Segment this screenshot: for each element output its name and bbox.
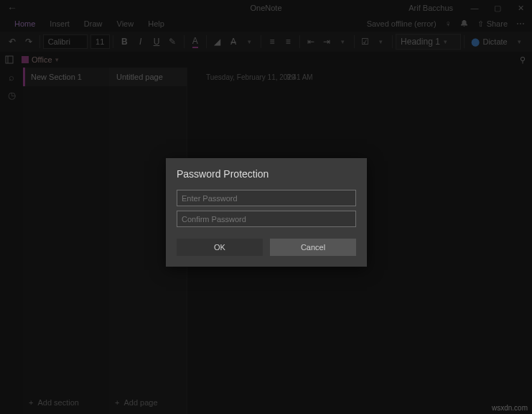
- indent-button[interactable]: ⇥: [319, 33, 335, 50]
- plus-icon: +: [115, 398, 119, 407]
- chevron-down-icon[interactable]: ▾: [373, 33, 389, 50]
- minimize-button[interactable]: ―: [463, 0, 486, 16]
- chevron-down-icon: ▾: [444, 38, 447, 45]
- bullets-button[interactable]: ≡: [264, 33, 280, 50]
- numbering-button[interactable]: ≡: [280, 33, 296, 50]
- redo-button[interactable]: ↷: [20, 33, 36, 50]
- styles-dropdown[interactable]: Heading 1 ▾: [396, 34, 460, 50]
- svg-rect-0: [6, 56, 13, 63]
- add-page-label: Add page: [123, 398, 157, 407]
- toolbar: ↶ ↷ Calibri 11 B I U ✎ A ◢ A̶ ▾ ≡ ≡ ⇤ ⇥ …: [0, 32, 532, 52]
- cancel-button[interactable]: Cancel: [270, 239, 356, 256]
- tab-home[interactable]: Home: [7, 16, 42, 32]
- enter-password-input[interactable]: [177, 190, 356, 206]
- search-icon[interactable]: ⌕: [9, 72, 14, 83]
- tab-help[interactable]: Help: [141, 16, 172, 32]
- chevron-down-icon: ▾: [55, 56, 59, 63]
- bell-icon[interactable]: 🔔︎: [460, 19, 469, 29]
- separator: [392, 35, 393, 48]
- separator: [206, 35, 207, 48]
- plus-icon: +: [29, 398, 33, 407]
- underline-button[interactable]: U: [149, 33, 164, 50]
- highlight-button[interactable]: ◢: [210, 33, 225, 50]
- bold-button[interactable]: B: [116, 33, 132, 50]
- add-page-button[interactable]: + Add page: [109, 394, 187, 411]
- pen-icon[interactable]: ✎: [164, 33, 180, 50]
- section-item[interactable]: New Section 1: [23, 68, 109, 86]
- lightbulb-icon[interactable]: ♀: [445, 19, 452, 29]
- undo-button[interactable]: ↶: [4, 33, 20, 50]
- chevron-down-icon[interactable]: ▾: [512, 33, 528, 50]
- font-family-select[interactable]: Calibri: [43, 34, 88, 49]
- section-label: New Section 1: [31, 73, 82, 81]
- separator: [184, 35, 185, 48]
- left-rail: ⌕ ◷: [0, 68, 23, 414]
- page-time: 9:41 AM: [286, 73, 313, 81]
- mic-icon: ⬤: [471, 37, 480, 47]
- tab-view[interactable]: View: [110, 16, 141, 32]
- recent-icon[interactable]: ◷: [8, 90, 16, 101]
- share-button[interactable]: ⇧ Share: [477, 19, 508, 29]
- separator: [464, 35, 465, 48]
- clear-format-button[interactable]: A̶: [225, 33, 241, 50]
- watermark: wsxdn.com: [492, 404, 528, 412]
- font-size-select[interactable]: 11: [90, 34, 110, 49]
- chevron-down-icon[interactable]: ▾: [335, 33, 350, 50]
- close-button[interactable]: ✕: [509, 0, 532, 16]
- separator: [261, 35, 261, 48]
- styles-label: Heading 1: [401, 37, 440, 47]
- app-window: ← OneNote Arif Bacchus ― ▢ ✕ Home Insert…: [0, 0, 532, 414]
- share-label: Share: [487, 19, 508, 28]
- nav-pane-icon[interactable]: [0, 52, 19, 68]
- page-date: Tuesday, February 11, 2020: [206, 73, 296, 81]
- back-button[interactable]: ←: [0, 0, 24, 16]
- tag-button[interactable]: ☑: [357, 33, 373, 50]
- notebook-name: Office: [32, 55, 52, 64]
- chevron-down-icon[interactable]: ▾: [241, 33, 257, 50]
- ok-button[interactable]: OK: [177, 239, 263, 256]
- page-item[interactable]: Untitled page: [109, 68, 187, 86]
- tab-insert[interactable]: Insert: [42, 16, 77, 32]
- password-dialog: Password Protection OK Cancel: [166, 158, 367, 267]
- save-status: Saved offline (error): [367, 19, 437, 28]
- dictate-button[interactable]: ⬤ Dictate: [467, 37, 511, 47]
- separator: [354, 35, 355, 48]
- maximize-button[interactable]: ▢: [486, 0, 509, 16]
- italic-button[interactable]: I: [132, 33, 148, 50]
- outdent-button[interactable]: ⇤: [302, 33, 318, 50]
- font-color-button[interactable]: A: [187, 33, 202, 50]
- app-title: OneNote: [250, 4, 281, 12]
- sections-pane: New Section 1 + Add section: [23, 68, 109, 414]
- more-icon[interactable]: ⋯: [516, 19, 525, 29]
- add-section-button[interactable]: + Add section: [23, 394, 109, 411]
- tab-draw[interactable]: Draw: [77, 16, 110, 32]
- separator: [39, 35, 40, 48]
- dialog-title: Password Protection: [177, 168, 356, 180]
- confirm-password-input[interactable]: [177, 211, 356, 227]
- dictate-label: Dictate: [482, 37, 507, 46]
- ribbon-tabs: Home Insert Draw View Help Saved offline…: [0, 16, 532, 32]
- separator: [299, 35, 300, 48]
- notebook-picker[interactable]: Office ▾: [19, 55, 62, 64]
- separator: [113, 35, 113, 48]
- user-name[interactable]: Arif Bacchus: [409, 4, 453, 12]
- share-icon: ⇧: [477, 19, 484, 29]
- notebook-nav: Office ▾ ⚲: [0, 52, 532, 68]
- pin-icon[interactable]: ⚲: [513, 55, 532, 65]
- notebook-color-icon: [22, 56, 29, 63]
- add-section-label: Add section: [37, 398, 78, 407]
- titlebar: ← OneNote Arif Bacchus ― ▢ ✕: [0, 0, 532, 16]
- page-label: Untitled page: [116, 73, 163, 81]
